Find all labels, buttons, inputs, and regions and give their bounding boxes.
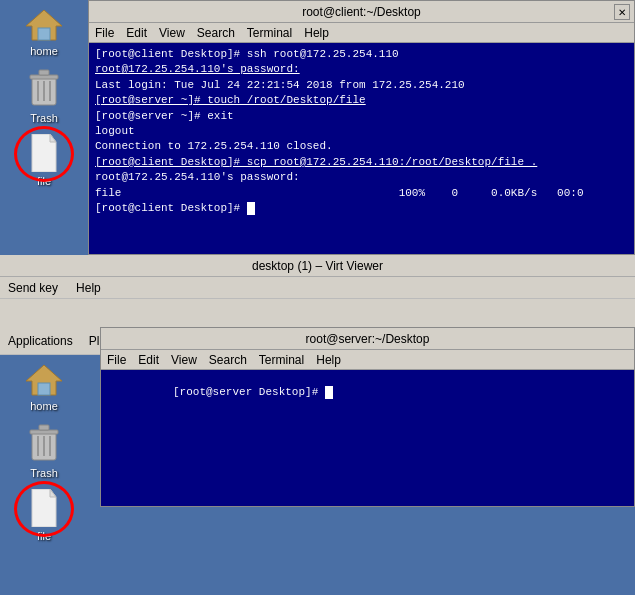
virt-inner-desktop: Applications Places ▶ Terminal en home [0,327,635,595]
virt-menubar: Send key Help [0,277,635,299]
cmd-line-3: [root@server ~]# touch /root/Desktop/fil… [95,93,628,108]
bottom-desktop-icons: home Trash fil [0,355,88,595]
virt-title: desktop (1) – Virt Viewer [252,259,383,273]
top-terminal-menubar: File Edit View Search Terminal Help [89,23,634,43]
cmd-line-8: root@172.25.254.110's password: [95,170,628,185]
svg-rect-15 [30,430,58,434]
menu-view-top[interactable]: View [159,26,185,40]
trash-label-bottom: Trash [30,467,58,479]
home-icon-top[interactable]: home [24,6,64,57]
file-svg-bottom [28,489,60,527]
top-terminal-title: root@client:~/Desktop [302,5,421,19]
top-terminal-close[interactable]: ✕ [614,4,630,20]
virt-titlebar: desktop (1) – Virt Viewer [0,255,635,277]
home-icon-bottom[interactable]: home [24,361,64,412]
bottom-terminal-body[interactable]: [root@server Desktop]# [101,370,634,506]
bottom-cmd-line-0: [root@server Desktop]# [107,374,628,411]
top-terminal-titlebar: root@client:~/Desktop ✕ [89,1,634,23]
trash-icon-bottom[interactable]: Trash [26,422,62,479]
cursor-top [247,202,255,215]
bottom-terminal-title: root@server:~/Desktop [306,332,430,346]
menu-file-bottom[interactable]: File [107,353,126,367]
menu-help-top[interactable]: Help [304,26,329,40]
menu-edit-top[interactable]: Edit [126,26,147,40]
top-desktop: home Trash file [0,0,88,260]
cmd-line-0: [root@client Desktop]# ssh root@172.25.2… [95,47,628,62]
cmd-line-10: [root@client Desktop]# [95,201,628,216]
cursor-bottom [325,386,333,399]
trash-label-top: Trash [30,112,58,124]
bottom-terminal-menubar: File Edit View Search Terminal Help [101,350,634,370]
virt-menu-sendkey[interactable]: Send key [8,281,58,295]
menu-file-top[interactable]: File [95,26,114,40]
home-svg-bottom [24,361,64,397]
trash-svg [26,67,62,109]
file-svg [28,134,60,172]
bottom-terminal-titlebar: root@server:~/Desktop [101,328,634,350]
cmd-line-2: Last login: Tue Jul 24 22:21:54 2018 fro… [95,78,628,93]
virt-viewer-window: desktop (1) – Virt Viewer Send key Help … [0,255,635,595]
file-icon-top[interactable]: file [28,134,60,187]
cmd-line-5: logout [95,124,628,139]
svg-rect-13 [38,383,50,395]
file-label-bottom: file [37,530,51,542]
menu-terminal-bottom[interactable]: Terminal [259,353,304,367]
virt-taskbar-apps[interactable]: Applications [0,327,81,354]
menu-search-top[interactable]: Search [197,26,235,40]
home-svg [24,6,64,42]
cmd-line-9: file 100% 0 0.0KB/s 00:0 [95,186,628,201]
virt-menu-help[interactable]: Help [76,281,101,295]
file-label-top: file [37,175,51,187]
menu-view-bottom[interactable]: View [171,353,197,367]
home-label-top: home [30,45,58,57]
menu-help-bottom[interactable]: Help [316,353,341,367]
cmd-line-7: [root@client Desktop]# scp root@172.25.2… [95,155,628,170]
svg-rect-16 [39,425,49,430]
file-icon-bottom[interactable]: file [28,489,60,542]
svg-rect-4 [39,70,49,75]
top-terminal-body[interactable]: [root@client Desktop]# ssh root@172.25.2… [89,43,634,254]
cmd-line-4: [root@server ~]# exit [95,109,628,124]
svg-rect-3 [30,75,58,79]
cmd-line-6: Connection to 172.25.254.110 closed. [95,139,628,154]
top-terminal-window: root@client:~/Desktop ✕ File Edit View S… [88,0,635,255]
menu-edit-bottom[interactable]: Edit [138,353,159,367]
svg-marker-9 [50,134,56,142]
svg-rect-1 [38,28,50,40]
cmd-line-1: root@172.25.254.110's password: [95,62,628,77]
trash-icon-top[interactable]: Trash [26,67,62,124]
home-label-bottom: home [30,400,58,412]
bottom-terminal-window: root@server:~/Desktop File Edit View Sea… [100,327,635,507]
svg-marker-21 [50,489,56,497]
trash-svg-bottom [26,422,62,464]
menu-search-bottom[interactable]: Search [209,353,247,367]
menu-terminal-top[interactable]: Terminal [247,26,292,40]
